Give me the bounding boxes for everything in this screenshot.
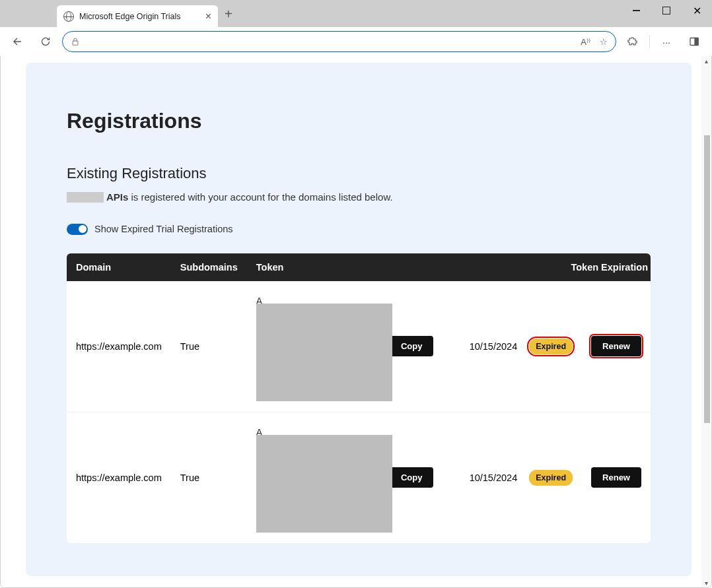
cell-expiration: 10/15/2024 xyxy=(443,412,520,543)
divider xyxy=(649,35,650,48)
address-bar-actions: A⁾⁾ ☆ xyxy=(581,37,608,47)
table-row: https://example.com True Ao Copy 10/15/2… xyxy=(67,412,651,543)
browser-toolbar: A⁾⁾ ☆ ··· xyxy=(0,27,712,56)
extensions-button[interactable] xyxy=(622,32,644,51)
sidebar-button[interactable] xyxy=(683,32,705,51)
header-domain: Domain xyxy=(67,253,171,281)
renew-button[interactable]: Renew xyxy=(591,336,641,356)
refresh-button[interactable] xyxy=(34,32,57,51)
redacted-api-name xyxy=(67,192,104,203)
subtext-tail: is registered with your account for the … xyxy=(128,191,392,203)
tab-title: Microsoft Edge Origin Trials xyxy=(79,12,200,21)
svg-rect-0 xyxy=(73,41,78,45)
header-subdomains: Subdomains xyxy=(171,253,247,281)
new-tab-button[interactable]: + xyxy=(225,7,232,20)
cell-subdomains: True xyxy=(171,281,247,412)
maximize-button[interactable] xyxy=(651,0,682,21)
table-header: Domain Subdomains Token Token Expiration xyxy=(67,253,651,281)
read-aloud-icon[interactable]: A⁾⁾ xyxy=(581,37,590,47)
window-controls: ✕ xyxy=(621,0,712,21)
toggle-row: Show Expired Trial Registrations xyxy=(67,224,651,235)
registration-subtext: APIs is registered with your account for… xyxy=(67,191,651,203)
cell-subdomains: True xyxy=(171,412,247,543)
back-button[interactable] xyxy=(7,32,29,51)
token-redacted xyxy=(256,304,392,401)
cell-token: Ao xyxy=(247,412,380,543)
copy-button[interactable]: Copy xyxy=(390,467,434,488)
cell-expiration: 10/15/2024 xyxy=(443,281,520,412)
header-expiration: Token Expiration xyxy=(443,253,651,281)
scrollbar-thumb[interactable] xyxy=(704,135,710,423)
cell-token: AQ xyxy=(247,281,380,412)
viewport: Registrations Existing Registrations API… xyxy=(0,56,712,588)
expired-badge: Expired xyxy=(529,339,573,354)
cell-domain: https://example.com xyxy=(67,281,171,412)
settings-menu-button[interactable]: ··· xyxy=(655,32,678,51)
scroll-down-arrow[interactable]: ▾ xyxy=(701,578,711,587)
minimize-button[interactable] xyxy=(621,0,651,21)
close-window-button[interactable]: ✕ xyxy=(682,0,712,21)
lock-icon xyxy=(71,37,80,46)
browser-tab-strip: Microsoft Edge Origin Trials × + ✕ xyxy=(0,0,712,27)
table-row: https://example.com True AQ Copy 10/15/2… xyxy=(67,281,651,412)
header-token: Token xyxy=(247,253,380,281)
token-redacted xyxy=(256,435,392,533)
scroll-up-arrow[interactable]: ▴ xyxy=(701,56,711,65)
favorite-icon[interactable]: ☆ xyxy=(600,37,608,47)
cell-domain: https://example.com xyxy=(67,412,171,543)
globe-icon xyxy=(63,11,74,22)
renew-button[interactable]: Renew xyxy=(591,467,641,488)
show-expired-toggle[interactable] xyxy=(67,224,88,235)
browser-tab[interactable]: Microsoft Edge Origin Trials × xyxy=(57,5,218,27)
existing-registrations-heading: Existing Registrations xyxy=(67,165,651,182)
expired-badge: Expired xyxy=(529,470,573,486)
toggle-label: Show Expired Trial Registrations xyxy=(94,224,233,234)
page-title: Registrations xyxy=(67,109,651,133)
svg-rect-2 xyxy=(695,38,698,46)
registrations-table: Domain Subdomains Token Token Expiration… xyxy=(67,253,651,543)
copy-button[interactable]: Copy xyxy=(390,336,434,356)
close-tab-icon[interactable]: × xyxy=(205,11,211,22)
page-content: Registrations Existing Registrations API… xyxy=(1,56,711,587)
address-bar[interactable]: A⁾⁾ ☆ xyxy=(62,31,616,52)
registrations-card: Registrations Existing Registrations API… xyxy=(26,63,692,576)
apis-label: APIs xyxy=(106,191,128,203)
